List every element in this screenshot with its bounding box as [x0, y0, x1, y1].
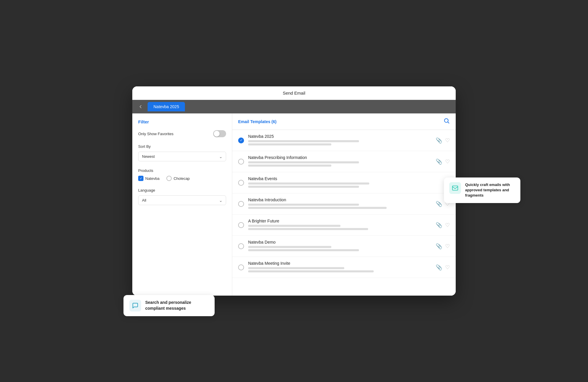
- favorites-toggle-row: Only Show Favorites: [138, 130, 226, 137]
- template-radio-4[interactable]: [238, 201, 244, 207]
- template-line1: [248, 182, 369, 185]
- tab-natevba-2025[interactable]: Natevba 2025: [148, 102, 185, 111]
- language-section: Language All English Spanish French: [138, 188, 226, 205]
- template-line1: [248, 140, 359, 142]
- templates-list: Natevba 2025 📎 ♡ Natevba Pre: [232, 130, 456, 296]
- svg-rect-0: [452, 186, 458, 190]
- template-radio-5[interactable]: [238, 222, 244, 228]
- template-line2: [248, 186, 359, 188]
- sort-by-label: Sort By: [138, 144, 226, 149]
- attach-icon[interactable]: 📎: [436, 222, 442, 228]
- template-item[interactable]: Natevba Demo 📎 ♡: [232, 236, 456, 257]
- favorites-toggle[interactable]: [213, 130, 226, 137]
- template-line2: [248, 228, 368, 230]
- attach-icon[interactable]: 📎: [436, 201, 442, 207]
- products-section: Products ✓ Natevba Cholecap: [138, 168, 226, 181]
- template-radio-2[interactable]: [238, 159, 244, 165]
- products-row: ✓ Natevba Cholecap: [138, 176, 226, 181]
- favorite-icon[interactable]: ♡: [445, 222, 450, 228]
- template-radio-1[interactable]: [238, 138, 244, 143]
- favorite-icon[interactable]: ♡: [445, 158, 450, 165]
- favorite-icon[interactable]: ♡: [445, 243, 450, 249]
- template-line1: [248, 204, 359, 206]
- template-name-3: Natevba Events: [248, 176, 450, 181]
- attach-icon[interactable]: 📎: [436, 137, 442, 144]
- template-actions-1: 📎 ♡: [436, 137, 450, 144]
- favorite-icon[interactable]: ♡: [445, 264, 450, 271]
- tab-bar: Natevba 2025: [132, 100, 456, 113]
- filter-panel: Filter Only Show Favorites Sort By Newes…: [132, 113, 232, 296]
- natevba-checkbox-icon: ✓: [138, 176, 143, 181]
- products-label: Products: [138, 168, 226, 173]
- modal-body: Filter Only Show Favorites Sort By Newes…: [132, 113, 456, 296]
- template-item[interactable]: Natevba Introduction 📎 ♡: [232, 193, 456, 215]
- template-name-7: Natevba Meeting Invite: [248, 261, 433, 266]
- sort-by-select[interactable]: Newest Oldest Alphabetical: [138, 152, 226, 161]
- template-line2: [248, 207, 387, 209]
- templates-header: Email Templates (6): [232, 113, 456, 130]
- tooltip-bottom-left: Search and personalize compliant message…: [123, 295, 215, 316]
- attach-icon[interactable]: 📎: [436, 243, 442, 249]
- template-item[interactable]: Natevba Prescribing Information 📎 ♡: [232, 151, 456, 172]
- template-name-6: Natevba Demo: [248, 240, 433, 244]
- template-line2: [248, 249, 359, 251]
- templates-count: Email Templates (6): [238, 119, 276, 124]
- email-icon: [449, 182, 461, 194]
- language-label: Language: [138, 188, 226, 192]
- template-line1: [248, 267, 344, 269]
- template-content-4: Natevba Introduction: [248, 197, 433, 210]
- product-natevba-checkbox[interactable]: ✓ Natevba: [138, 176, 159, 181]
- template-actions-5: 📎 ♡: [436, 222, 450, 228]
- template-content-5: A Brighter Future: [248, 219, 433, 231]
- template-name-2: Natevba Prescribing Information: [248, 155, 433, 160]
- cholecap-label: Cholecap: [173, 176, 190, 181]
- template-name-5: A Brighter Future: [248, 219, 433, 223]
- template-content-6: Natevba Demo: [248, 240, 433, 252]
- template-item[interactable]: Natevba Events: [232, 172, 456, 193]
- modal-title: Send Email: [132, 86, 456, 100]
- tooltip-right: Quickly craft emails with approved templ…: [444, 177, 520, 203]
- svg-line-2: [448, 122, 449, 123]
- product-cholecap-checkbox[interactable]: Cholecap: [166, 176, 190, 181]
- template-radio-7[interactable]: [238, 264, 244, 270]
- template-actions-6: 📎 ♡: [436, 243, 450, 249]
- sort-by-dropdown-wrapper: Newest Oldest Alphabetical: [138, 152, 226, 161]
- template-content-1: Natevba 2025: [248, 134, 433, 147]
- attach-icon[interactable]: 📎: [436, 158, 442, 165]
- template-radio-6[interactable]: [238, 243, 244, 249]
- natevba-label: Natevba: [145, 176, 159, 181]
- template-line2: [248, 143, 331, 145]
- only-show-favorites-label: Only Show Favorites: [138, 132, 173, 136]
- sort-by-section: Sort By Newest Oldest Alphabetical: [138, 144, 226, 161]
- template-line2: [248, 270, 374, 272]
- favorite-icon[interactable]: ♡: [445, 137, 450, 144]
- template-name-4: Natevba Introduction: [248, 197, 433, 202]
- template-item[interactable]: A Brighter Future 📎 ♡: [232, 215, 456, 236]
- chat-icon: [129, 300, 141, 311]
- template-line1: [248, 246, 331, 248]
- back-icon[interactable]: [135, 101, 146, 112]
- search-button[interactable]: [443, 118, 450, 125]
- templates-panel: Email Templates (6) Natevba 2025: [232, 113, 456, 296]
- cholecap-checkbox-icon: [166, 176, 172, 181]
- tooltip-bottom-text: Search and personalize compliant message…: [145, 300, 209, 311]
- filter-title: Filter: [138, 119, 226, 124]
- template-radio-3[interactable]: [238, 180, 244, 186]
- template-line1: [248, 161, 359, 163]
- modal: Send Email Natevba 2025 Filter Only Show…: [132, 86, 456, 296]
- template-content-7: Natevba Meeting Invite: [248, 261, 433, 274]
- template-item[interactable]: Natevba 2025 📎 ♡: [232, 130, 456, 151]
- language-select[interactable]: All English Spanish French: [138, 195, 226, 205]
- outer-wrapper: Search and personalize compliant message…: [132, 86, 456, 296]
- template-name-1: Natevba 2025: [248, 134, 433, 139]
- attach-icon[interactable]: 📎: [436, 264, 442, 271]
- tooltip-right-text: Quickly craft emails with approved templ…: [465, 182, 515, 198]
- template-item[interactable]: Natevba Meeting Invite 📎 ♡: [232, 257, 456, 278]
- template-line2: [248, 165, 331, 167]
- template-actions-2: 📎 ♡: [436, 158, 450, 165]
- template-content-3: Natevba Events: [248, 176, 450, 189]
- modal-title-text: Send Email: [283, 91, 305, 96]
- template-content-2: Natevba Prescribing Information: [248, 155, 433, 168]
- template-actions-7: 📎 ♡: [436, 264, 450, 271]
- language-dropdown-wrapper: All English Spanish French: [138, 195, 226, 205]
